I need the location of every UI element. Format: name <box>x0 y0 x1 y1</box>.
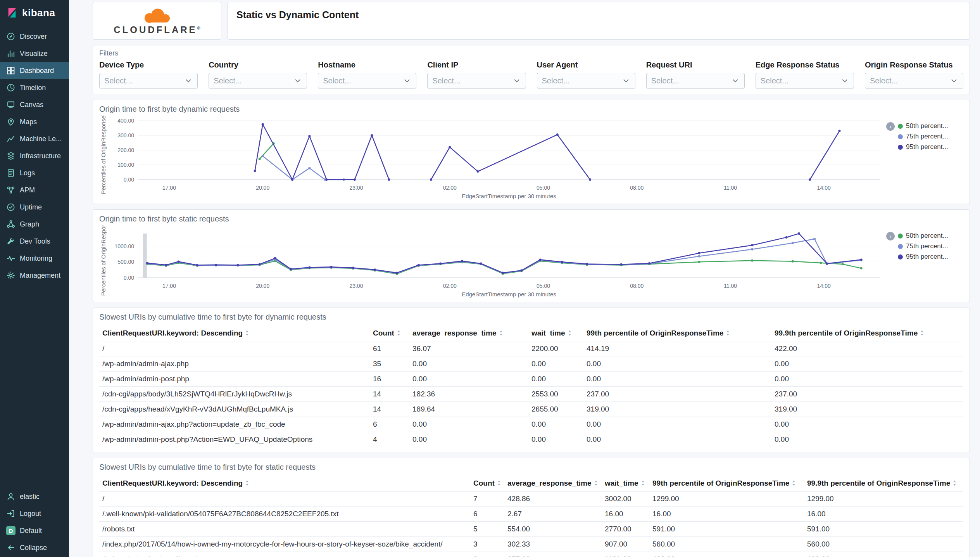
column-header-99th-percentile-of-originresponsetime[interactable]: 99th percentile of OriginResponseTime <box>583 325 771 341</box>
value-cell: 182.36 <box>409 387 528 402</box>
value-cell: 0.00 <box>528 417 583 432</box>
origin-response-status-filter-select[interactable]: Select... <box>865 73 963 88</box>
filters-row: Device TypeSelect...CountrySelect...Host… <box>99 61 963 88</box>
sidebar-item-label: elastic <box>20 493 40 501</box>
value-cell: 6 <box>370 417 409 432</box>
sidebar-item-timelion[interactable]: Timelion <box>0 79 69 96</box>
sidebar-item-canvas[interactable]: Canvas <box>0 96 69 113</box>
value-cell: 0.00 <box>771 372 963 387</box>
request-uri-filter-select[interactable]: Select... <box>646 73 745 88</box>
value-cell: 1131.00 <box>602 552 649 557</box>
sidebar-item-label: Uptime <box>20 203 42 211</box>
value-cell: 61 <box>370 341 409 356</box>
legend-item-50th-percent[interactable]: 50th percent... <box>898 122 948 130</box>
value-cell: 2770.00 <box>602 522 649 537</box>
svg-text:20:00: 20:00 <box>256 185 269 191</box>
value-cell: 560.00 <box>649 537 804 552</box>
sidebar-item-logs[interactable]: Logs <box>0 164 69 182</box>
sort-icon <box>789 479 796 487</box>
column-header-average-response-time[interactable]: average_response_time <box>504 476 602 491</box>
svg-text:08:00: 08:00 <box>630 185 644 191</box>
column-header-99-9th-percentile-of-originresponsetime[interactable]: 99.9th percentile of OriginResponseTime <box>804 476 963 491</box>
sidebar-item-label: Graph <box>20 220 39 228</box>
chart-title: Origin time to first byte dynamic reques… <box>99 105 963 114</box>
table-row: /wp-admin/admin-post.php?Action=EWD_UFAQ… <box>99 432 963 447</box>
device-type-filter-select[interactable]: Select... <box>99 73 198 88</box>
sidebar-item-visualize[interactable]: Visualize <box>0 45 69 62</box>
sidebar-item-label: Canvas <box>20 101 43 109</box>
kibana-logo[interactable]: kibana <box>0 0 69 26</box>
country-filter-select[interactable]: Select... <box>209 73 307 88</box>
sidebar-item-label: Discover <box>20 33 47 41</box>
table-row: /6136.072200.00414.19422.00 <box>99 341 963 356</box>
legend-toggle-button[interactable]: › <box>886 232 895 240</box>
legend-color-dot <box>898 124 903 129</box>
edge-response-status-filter-select[interactable]: Select... <box>756 73 854 88</box>
sidebar-item-label: Default <box>20 527 42 535</box>
column-header-label: 99th percentile of OriginResponseTime <box>652 479 789 487</box>
table-row: /robots.txt5554.002770.00591.00591.00 <box>99 522 963 537</box>
value-cell: 0.00 <box>528 356 583 372</box>
filter-placeholder: Select... <box>651 76 679 85</box>
column-header-99th-percentile-of-originresponsetime[interactable]: 99th percentile of OriginResponseTime <box>649 476 804 491</box>
dynamic-ttfb-chart-panel: Origin time to first byte dynamic reques… <box>93 100 970 204</box>
client-ip-filter-select[interactable]: Select... <box>427 73 526 88</box>
filter-label: User Agent <box>537 61 635 69</box>
value-cell: 16 <box>370 372 409 387</box>
table-row: /cdn-cgi/apps/head/xVgyKhR-vV3dAUGhMqfBc… <box>99 402 963 417</box>
sidebar-item-uptime[interactable]: Uptime <box>0 199 69 216</box>
sort-icon <box>723 329 730 337</box>
table-row: /wp-admin/admin-ajax.php350.000.000.000.… <box>99 356 963 372</box>
value-cell: 0.00 <box>409 417 528 432</box>
sidebar-item-elastic[interactable]: elastic <box>0 488 69 505</box>
sidebar-item-management[interactable]: Management <box>0 267 69 284</box>
sidebar-item-dashboard[interactable]: Dashboard <box>0 62 69 79</box>
column-header-count[interactable]: Count <box>370 325 409 341</box>
sidebar-item-apm[interactable]: APM <box>0 182 69 199</box>
sidebar-item-infrastructure[interactable]: Infrastructure <box>0 147 69 164</box>
column-header-clientrequesturi-keyword-descending[interactable]: ClientRequestURI.keyword: Descending <box>99 476 470 491</box>
sidebar-item-default[interactable]: DDefault <box>0 522 69 539</box>
svg-text:17:00: 17:00 <box>162 283 176 289</box>
value-cell: 1299.00 <box>649 491 804 507</box>
filter-placeholder: Select... <box>432 76 460 85</box>
legend-item-95th-percent[interactable]: 95th percent... <box>898 143 948 151</box>
sidebar-item-logout[interactable]: Logout <box>0 505 69 522</box>
table-row: /7428.863002.001299.001299.00 <box>99 491 963 507</box>
column-header-wait-time[interactable]: wait_time <box>528 325 583 341</box>
uri-cell: /index.php/author/camiliame/ <box>99 552 470 557</box>
legend-label: 50th percent... <box>906 122 948 130</box>
column-header-wait-time[interactable]: wait_time <box>602 476 649 491</box>
chevron-down-icon <box>512 76 521 85</box>
user-agent-filter-select[interactable]: Select... <box>537 73 635 88</box>
sidebar-item-graph[interactable]: Graph <box>0 216 69 233</box>
sidebar-item-label: Logout <box>20 510 41 518</box>
legend-item-50th-percent[interactable]: 50th percent... <box>898 232 948 240</box>
sidebar-item-monitoring[interactable]: Monitoring <box>0 250 69 267</box>
chevron-down-icon <box>731 76 740 85</box>
sidebar-item-dev-tools[interactable]: Dev Tools <box>0 233 69 250</box>
sidebar-item-maps[interactable]: Maps <box>0 113 69 130</box>
column-header-clientrequesturi-keyword-descending[interactable]: ClientRequestURI.keyword: Descending <box>99 325 370 341</box>
legend-label: 75th percent... <box>906 133 948 140</box>
legend-item-75th-percent[interactable]: 75th percent... <box>898 133 948 140</box>
legend-item-75th-percent[interactable]: 75th percent... <box>898 242 948 250</box>
value-cell: 16.00 <box>804 507 963 522</box>
value-cell: 3 <box>470 537 504 552</box>
value-cell: 1299.00 <box>804 491 963 507</box>
legend-item-95th-percent[interactable]: 95th percent... <box>898 253 948 261</box>
hostname-filter-select[interactable]: Select... <box>318 73 416 88</box>
column-header-count[interactable]: Count <box>470 476 504 491</box>
filter-label: Request URI <box>646 61 745 69</box>
sidebar-item-machine-le[interactable]: Machine Le... <box>0 130 69 147</box>
value-cell: 0.00 <box>771 432 963 447</box>
sidebar-item-discover[interactable]: Discover <box>0 28 69 45</box>
value-cell: 7 <box>470 491 504 507</box>
svg-text:EdgeStartTimestamp per 30 minu: EdgeStartTimestamp per 30 minutes <box>462 291 556 298</box>
column-header-average-response-time[interactable]: average_response_time <box>409 325 528 341</box>
sidebar-item-collapse[interactable]: Collapse <box>0 539 69 556</box>
legend-toggle-button[interactable]: › <box>886 122 895 131</box>
column-header-99-9th-percentile-of-originresponsetime[interactable]: 99.9th percentile of OriginResponseTime <box>771 325 963 341</box>
sidebar-item-label: Dashboard <box>20 67 54 75</box>
sort-icon <box>592 479 599 487</box>
